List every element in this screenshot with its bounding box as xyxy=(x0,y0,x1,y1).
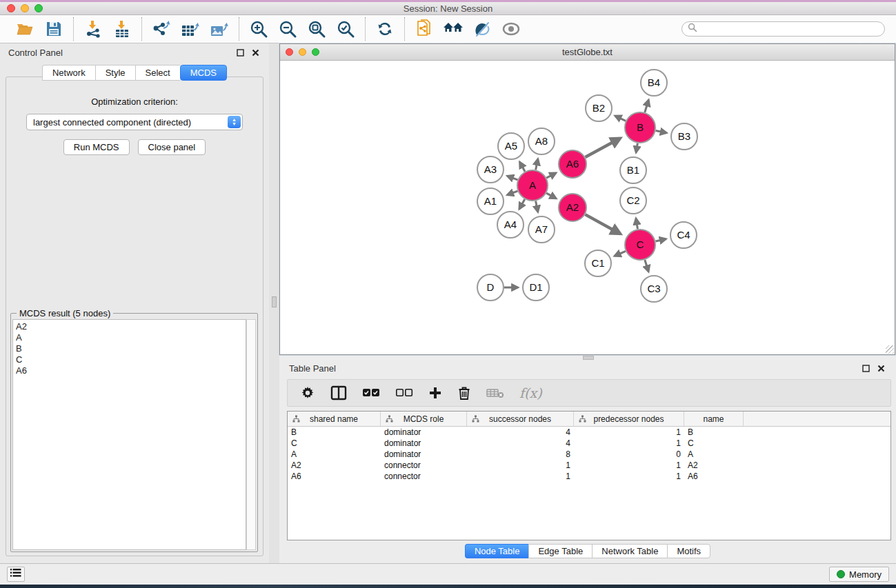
column-header-successor-nodes[interactable]: successor nodes xyxy=(467,412,574,426)
edge-A-A1[interactable] xyxy=(508,191,518,195)
refresh-icon[interactable] xyxy=(372,17,397,41)
import-network-icon[interactable] xyxy=(81,17,106,41)
edge-A-A5[interactable] xyxy=(520,162,525,172)
node-A7[interactable]: A7 xyxy=(528,216,555,243)
edge-A-A7[interactable] xyxy=(536,201,538,212)
node-C4[interactable]: C4 xyxy=(670,222,697,248)
task-history-button[interactable] xyxy=(7,567,25,582)
function-builder-icon[interactable]: f(x) xyxy=(519,385,542,401)
network-graph[interactable]: B4B2BB3A5A8A6A3B1AA1C2A2A4A7C4CC1C3DD1 xyxy=(280,61,895,354)
import-table-icon[interactable] xyxy=(110,17,135,41)
zoom-out-icon[interactable] xyxy=(275,17,300,41)
table-row[interactable]: A6connector11A6 xyxy=(288,471,890,482)
export-network-icon[interactable] xyxy=(149,17,174,41)
cell-MCDS-role[interactable]: dominator xyxy=(381,438,467,449)
tab-edge-table[interactable]: Edge Table xyxy=(528,544,592,558)
run-mcds-button[interactable]: Run MCDS xyxy=(63,139,130,155)
edge-B-B1[interactable] xyxy=(636,143,637,152)
node-A4[interactable]: A4 xyxy=(497,212,524,238)
node-A2[interactable]: A2 xyxy=(559,194,586,221)
edge-B-B3[interactable] xyxy=(656,131,667,133)
tab-node-table[interactable]: Node Table xyxy=(465,544,529,558)
add-column-icon[interactable] xyxy=(428,386,442,400)
tab-mcds[interactable]: MCDS xyxy=(180,65,227,81)
node-C3[interactable]: C3 xyxy=(641,276,667,302)
open-file-icon[interactable] xyxy=(12,17,37,41)
node-C[interactable]: C xyxy=(625,230,655,260)
tab-network-table[interactable]: Network Table xyxy=(592,544,667,558)
node-A1[interactable]: A1 xyxy=(477,188,504,214)
cell-name[interactable]: A2 xyxy=(684,460,744,471)
column-header-predecessor-nodes[interactable]: predecessor nodes xyxy=(574,412,684,426)
delete-icon[interactable] xyxy=(457,385,471,401)
node-B3[interactable]: B3 xyxy=(671,123,697,150)
node-D1[interactable]: D1 xyxy=(523,274,549,301)
node-C1[interactable]: C1 xyxy=(585,250,611,276)
search-field[interactable] xyxy=(681,21,885,37)
cell-name[interactable]: A xyxy=(684,449,744,460)
column-header-MCDS-role[interactable]: MCDS role xyxy=(381,412,467,426)
edge-C-C3[interactable] xyxy=(645,260,648,272)
mcds-result-list[interactable]: A2ABCA6 xyxy=(12,319,246,550)
table-row[interactable]: A2connector11A2 xyxy=(288,460,890,471)
node-A5[interactable]: A5 xyxy=(498,133,524,159)
cell-successor-nodes[interactable]: 4 xyxy=(467,438,574,449)
gear-icon[interactable] xyxy=(300,385,315,401)
show-details-icon[interactable] xyxy=(499,17,524,41)
edge-A2-C[interactable] xyxy=(585,214,620,234)
cell-predecessor-nodes[interactable]: 1 xyxy=(574,427,684,438)
cell-MCDS-role[interactable]: dominator xyxy=(381,449,467,460)
close-panel-icon[interactable] xyxy=(250,47,261,58)
zoom-fit-icon[interactable] xyxy=(304,17,329,41)
tab-network[interactable]: Network xyxy=(42,65,95,81)
table-row[interactable]: Adominator80A xyxy=(288,449,890,460)
node-A8[interactable]: A8 xyxy=(528,128,555,154)
node-C2[interactable]: C2 xyxy=(620,187,646,214)
table-row[interactable]: Bdominator41B xyxy=(288,427,890,438)
edge-A6-B[interactable] xyxy=(585,139,620,157)
result-scrollbar[interactable] xyxy=(246,319,256,550)
cell-shared-name[interactable]: A6 xyxy=(288,471,381,482)
node-B1[interactable]: B1 xyxy=(620,157,646,183)
delete-table-icon[interactable] xyxy=(486,387,504,398)
cell-shared-name[interactable]: A2 xyxy=(288,460,381,471)
result-item[interactable]: A6 xyxy=(16,365,243,376)
cell-shared-name[interactable]: C xyxy=(288,438,381,449)
tab-style[interactable]: Style xyxy=(95,65,135,81)
home-network-icon[interactable] xyxy=(441,17,466,41)
cell-MCDS-role[interactable]: connector xyxy=(381,460,467,471)
hide-details-icon[interactable] xyxy=(470,17,495,41)
cell-name[interactable]: C xyxy=(684,438,744,449)
edge-A-A3[interactable] xyxy=(508,176,518,180)
deselect-all-icon[interactable] xyxy=(395,388,413,398)
clone-network-icon[interactable] xyxy=(412,17,437,41)
cell-shared-name[interactable]: B xyxy=(288,427,381,438)
cell-shared-name[interactable]: A xyxy=(288,449,381,460)
edge-A-A8[interactable] xyxy=(536,159,538,170)
node-B2[interactable]: B2 xyxy=(586,95,612,121)
vertical-split-divider[interactable] xyxy=(269,43,279,563)
node-A3[interactable]: A3 xyxy=(477,156,504,183)
cell-predecessor-nodes[interactable]: 1 xyxy=(574,471,684,482)
node-table[interactable]: shared nameMCDS rolesuccessor nodesprede… xyxy=(287,411,891,540)
zoom-in-icon[interactable] xyxy=(246,17,271,41)
save-session-icon[interactable] xyxy=(41,17,66,41)
edge-C-C1[interactable] xyxy=(615,251,626,256)
node-A6[interactable]: A6 xyxy=(559,150,586,178)
cell-name[interactable]: B xyxy=(684,427,744,438)
export-table-icon[interactable] xyxy=(178,17,203,41)
column-header-name[interactable]: name xyxy=(684,412,744,426)
cell-MCDS-role[interactable]: dominator xyxy=(381,427,467,438)
edge-C-C4[interactable] xyxy=(655,239,666,241)
cell-predecessor-nodes[interactable]: 1 xyxy=(574,460,684,471)
cell-successor-nodes[interactable]: 4 xyxy=(467,427,574,438)
result-item[interactable]: A2 xyxy=(16,321,243,332)
close-panel-button[interactable]: Close panel xyxy=(138,139,206,155)
edge-A-A6[interactable] xyxy=(546,173,556,178)
result-item[interactable]: C xyxy=(16,354,243,365)
edge-C-C2[interactable] xyxy=(636,219,637,229)
edge-A-A4[interactable] xyxy=(519,199,525,209)
cell-successor-nodes[interactable]: 1 xyxy=(467,460,574,471)
edge-A-A2[interactable] xyxy=(546,193,556,199)
node-D[interactable]: D xyxy=(477,274,504,301)
